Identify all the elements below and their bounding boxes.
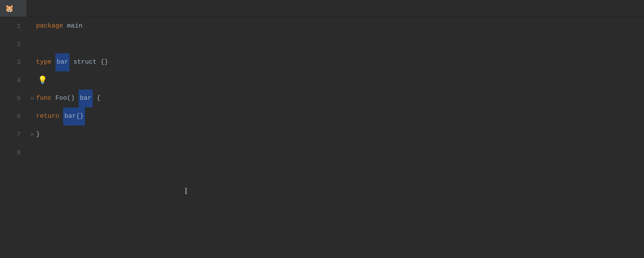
tab-bar: 🐹	[0, 0, 644, 17]
tab-close-button[interactable]	[19, 8, 21, 9]
editor-area: 12345678 package maintype bar struct {}💡…	[0, 17, 644, 258]
token-space-5-4	[75, 89, 79, 108]
code-line-4[interactable]: 💡	[26, 71, 644, 89]
token-3-4: struct	[73, 53, 97, 71]
code-line-6[interactable]: return bar{}	[26, 108, 644, 126]
code-line-2[interactable]	[26, 35, 644, 53]
line-number-2: 2	[0, 35, 26, 53]
line-number-7: 7	[0, 126, 26, 144]
fold-indicator-7[interactable]: ⊟	[29, 132, 35, 138]
fold-indicator-5[interactable]: ⊟	[29, 95, 35, 101]
code-area[interactable]: package maintype bar struct {}💡⊟func Foo…	[26, 17, 644, 258]
line-number-4: 4	[0, 71, 26, 89]
token-space-5-1	[52, 89, 55, 108]
code-line-3[interactable]: type bar struct {}	[26, 53, 644, 71]
token-space-6-1	[59, 108, 63, 126]
token-space-3-1	[52, 53, 55, 71]
line-number-1: 1	[0, 17, 26, 35]
i-beam-cursor: I	[185, 187, 188, 195]
token-5-3: ()	[67, 89, 75, 108]
token-1-2: main	[67, 17, 82, 35]
token-space-3-5	[97, 53, 100, 71]
token-5-2: Foo	[55, 89, 67, 108]
token-space-3-3	[70, 53, 73, 71]
line-number-6: 6	[0, 108, 26, 126]
line-number-5: 5	[0, 89, 26, 108]
token-4-0: 💡	[38, 71, 47, 89]
line-number-8: 8	[0, 144, 26, 162]
line-number-gutter: 12345678	[0, 17, 26, 258]
token-3-2: bar	[55, 53, 70, 71]
code-line-5[interactable]: ⊟func Foo() bar {	[26, 89, 644, 108]
token-6-0: return	[36, 108, 59, 126]
token-7-0: }	[36, 126, 40, 144]
code-line-7[interactable]: ⊟}	[26, 126, 644, 144]
token-3-0: type	[36, 53, 52, 71]
token-5-0: func	[36, 89, 52, 108]
token-space-5-6	[93, 89, 97, 108]
token-1-0: package	[36, 17, 63, 35]
code-line-1[interactable]: package main	[26, 17, 644, 35]
token-3-6: {}	[100, 53, 108, 71]
token-6-2: bar{}	[63, 108, 85, 126]
token-space-1-1	[63, 17, 67, 35]
line-number-3: 3	[0, 53, 26, 71]
token-5-7: {	[97, 89, 100, 108]
code-line-8[interactable]	[26, 144, 644, 162]
go-gopher-icon: 🐹	[5, 4, 14, 13]
tab-main-go[interactable]: 🐹	[0, 0, 27, 17]
token-5-5: bar	[79, 89, 93, 108]
